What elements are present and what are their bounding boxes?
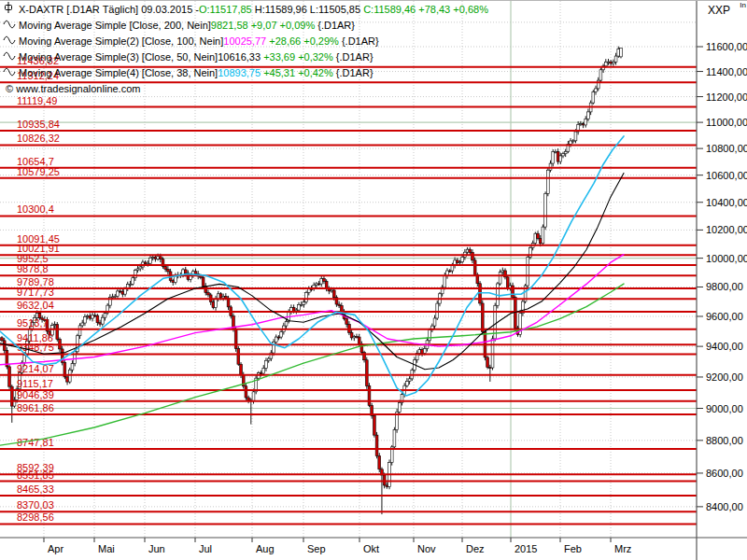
legend-row-ma200[interactable]: Moving Average Simple [Close, 200, Nein]… xyxy=(3,18,488,34)
y-tick-label: 10800,00 xyxy=(706,143,747,154)
y-tick-label: 11200,00 xyxy=(706,91,747,103)
instrument-title: X-DAXTR [.D1AR Täglich] 09.03.2015 - xyxy=(19,2,199,18)
y-tick-label: 11600,00 xyxy=(706,41,747,52)
level-label: 10579,25 xyxy=(17,166,60,177)
y-tick-label: 10600,00 xyxy=(706,170,747,181)
ma200-value: 9821,58 xyxy=(211,18,248,34)
ma200-suffix: {.D1AR} xyxy=(315,18,355,34)
x-tick-label: 2015 xyxy=(514,543,537,554)
price-axis-header: XXP xyxy=(708,4,730,17)
level-label: 10826,32 xyxy=(17,133,60,144)
x-tick-label: Dez xyxy=(466,543,485,554)
high-low-values: H:11589,96 L:11505,85 xyxy=(252,2,363,18)
level-label: 8370,03 xyxy=(17,499,54,511)
y-tick-label: 10000,00 xyxy=(706,253,747,264)
y-tick-label: 8600,00 xyxy=(706,468,743,479)
chart-window: 11436,3211312,2411119,4910935,8410826,32… xyxy=(0,0,747,560)
corner-text-fragment: In xyxy=(740,1,746,9)
level-label: 9115,17 xyxy=(17,378,53,389)
y-tick-label: 9800,00 xyxy=(706,281,743,292)
x-tick-label: Aug xyxy=(256,543,275,554)
legend-row-ma100[interactable]: Moving Average Simple(2) [Close, 100, Ne… xyxy=(3,34,488,49)
wave-icon xyxy=(3,49,16,65)
level-label: 9717,73 xyxy=(17,287,54,298)
level-label: 9878,8 xyxy=(17,263,49,274)
wave-icon xyxy=(3,18,16,34)
x-tick-label: Jul xyxy=(199,543,212,554)
level-label: 9789,78 xyxy=(17,276,54,287)
y-tick-label: 10400,00 xyxy=(706,197,747,208)
copyright-notice: © www.tradesignalonline.com xyxy=(3,81,488,97)
x-tick-label: Mai xyxy=(98,543,115,554)
ma100-suffix: {.D1AR} xyxy=(339,34,379,49)
legend-row-instrument[interactable]: X-DAXTR [.D1AR Täglich] 09.03.2015 - O:1… xyxy=(3,2,488,18)
open-value: O:11517,85 xyxy=(199,2,252,18)
legend: X-DAXTR [.D1AR Täglich] 09.03.2015 - O:1… xyxy=(3,2,488,97)
pin-icon xyxy=(3,2,16,18)
legend-row-ma38[interactable]: Moving Average Simple(4) [Close, 38, Nei… xyxy=(3,65,488,81)
close-change-values: C:11589,46 +78,43 +0,68% xyxy=(363,2,488,18)
price-axis[interactable]: 11600,0011400,0011200,0011000,0010800,00… xyxy=(697,1,747,560)
level-label: 9513,7 xyxy=(17,317,49,329)
ma50-change: +33,69 +0,32% xyxy=(261,49,333,65)
level-label: 8465,33 xyxy=(17,483,54,495)
ma38-suffix: {.D1AR} xyxy=(333,65,374,81)
ma100-label: Moving Average Simple(2) [Close, 100, Ne… xyxy=(19,34,223,49)
y-tick-label: 10200,00 xyxy=(706,224,747,235)
ma50-value: 10616,33 xyxy=(218,49,261,65)
ma100-value: 10025,77 xyxy=(223,34,266,49)
level-label: 9046,39 xyxy=(17,389,54,400)
x-tick-label: Jun xyxy=(148,543,165,554)
ma100-change: +28,66 +0,29% xyxy=(266,34,339,49)
x-tick-label: Mrz xyxy=(614,543,631,554)
level-label: 8551,85 xyxy=(17,469,54,481)
y-tick-label: 9600,00 xyxy=(706,311,743,322)
wave-icon xyxy=(3,34,16,49)
x-tick-label: Sep xyxy=(307,543,326,554)
copyright-text: © www.tradesignalonline.com xyxy=(6,81,140,97)
y-tick-label: 8400,00 xyxy=(706,501,743,512)
x-tick-label: Apr xyxy=(48,543,63,554)
level-label: 10935,84 xyxy=(17,119,60,130)
time-axis[interactable]: AprMaiJunJulAugSepOktNovDez2015FebMrz xyxy=(0,538,747,554)
level-label: 8961,86 xyxy=(17,402,54,413)
ma50-label: Moving Average Simple(3) [Close, 50, Nei… xyxy=(19,49,218,65)
y-tick-label: 9200,00 xyxy=(706,371,743,383)
y-tick-label: 9000,00 xyxy=(706,403,743,414)
x-tick-label: Okt xyxy=(363,543,379,554)
x-tick-label: Feb xyxy=(564,543,582,554)
x-tick-label: Nov xyxy=(417,543,436,554)
ma38-label: Moving Average Simple(4) [Close, 38, Nei… xyxy=(19,65,218,81)
y-tick-label: 9400,00 xyxy=(706,341,743,352)
level-label: 9952,5 xyxy=(17,253,49,264)
ma50-suffix: {.D1AR} xyxy=(333,49,374,65)
y-tick-label: 11000,00 xyxy=(706,117,747,128)
level-label: 9632,04 xyxy=(17,300,54,311)
ma200-change: +9,07 +0,09% xyxy=(248,18,316,34)
ma38-change: +45,31 +0,42% xyxy=(261,65,333,81)
y-tick-label: 8800,00 xyxy=(706,435,743,446)
level-label: 10300,4 xyxy=(17,203,54,215)
level-label: 8298,56 xyxy=(17,511,54,523)
ma200-label: Moving Average Simple [Close, 200, Nein] xyxy=(19,18,211,34)
wave-icon xyxy=(3,65,16,81)
y-tick-label: 11400,00 xyxy=(706,66,747,77)
legend-row-ma50[interactable]: Moving Average Simple(3) [Close, 50, Nei… xyxy=(3,49,488,65)
ma38-value: 10893,75 xyxy=(218,65,261,81)
